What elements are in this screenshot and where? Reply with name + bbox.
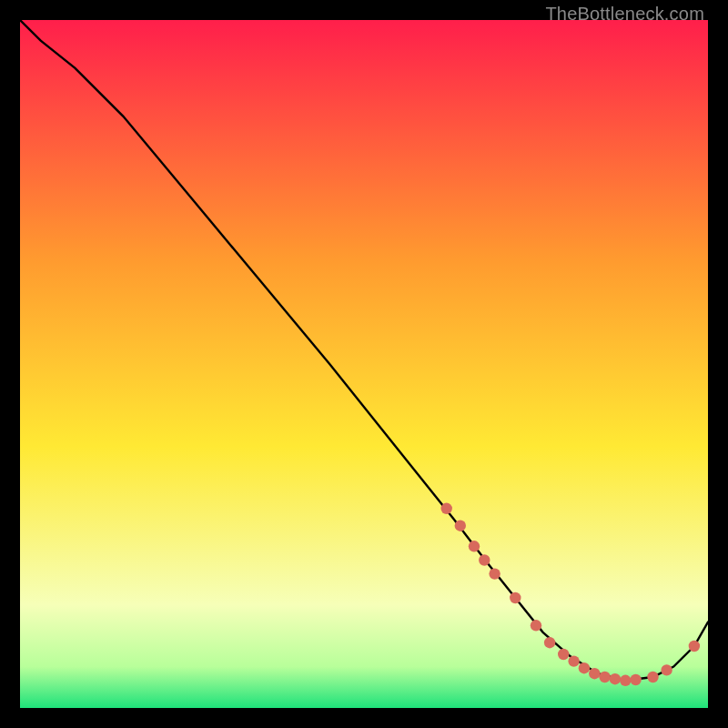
chart-stage: TheBottleneck.com [0,0,728,728]
data-point-marker [510,592,521,603]
data-point-marker [630,674,641,685]
data-point-marker [469,541,480,551]
data-point-marker [661,664,672,675]
data-point-marker [489,568,500,579]
data-point-marker [544,637,555,648]
data-point-marker [647,672,658,682]
data-point-marker [479,554,490,565]
plot-area [20,20,708,708]
data-point-marker [441,503,452,514]
data-point-marker [568,655,579,666]
data-point-marker [579,662,590,673]
data-point-marker [610,673,621,684]
data-point-marker [620,675,631,686]
data-point-marker [589,668,600,679]
curve-layer [20,20,708,708]
data-point-marker [599,672,610,682]
curve-line [20,20,708,681]
data-point-marker [455,521,466,531]
data-point-marker [531,620,541,631]
data-point-marker [689,641,700,652]
curve-markers [441,503,701,686]
data-point-marker [558,649,569,660]
